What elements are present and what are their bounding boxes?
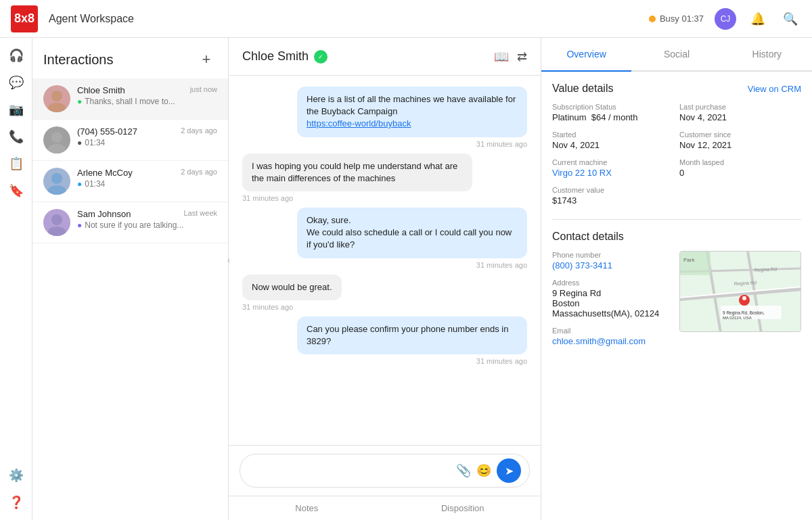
message-time-3: 31 minutes ago (476, 261, 527, 269)
svg-point-0 (51, 91, 62, 101)
disposition-tab[interactable]: Disposition (385, 496, 541, 520)
book-icon[interactable]: 📖 (494, 49, 509, 64)
message-link-1[interactable]: https:coffee-world/buyback (307, 118, 411, 128)
add-interaction-button[interactable]: + (196, 49, 217, 70)
sidebar-badge-btn[interactable]: 🔖 (4, 179, 28, 203)
sidebar-help-btn[interactable]: ❓ (4, 490, 28, 515)
preview-text-phone: 01:34 (85, 138, 105, 147)
value-details-section: Value details View on CRM (552, 82, 801, 95)
tab-overview[interactable]: Overview (541, 38, 631, 72)
contact-time-chloe: just now (190, 85, 217, 95)
interactions-panel: Interactions + Chloe Smith just now ● Th… (32, 38, 229, 520)
message-bubble-3: Okay, sure.We could also schedule a call… (297, 208, 527, 258)
chat-input[interactable] (248, 466, 451, 476)
sidebar-phone-btn[interactable]: 📞 (4, 124, 28, 149)
status-label: Busy 01:37 (660, 14, 704, 24)
svg-point-17 (742, 296, 746, 300)
value-details-title: Value details (552, 82, 613, 95)
detail-last-purchase: Last purchase Nov 4, 2021 (679, 103, 801, 122)
contact-preview-arlene: ● 01:34 (77, 179, 217, 189)
contact-list: Chloe Smith just now ● Thanks, shall I m… (32, 78, 228, 520)
send-button[interactable]: ➤ (497, 458, 521, 483)
preview-text-arlene: 01:34 (85, 179, 105, 189)
contact-name-arlene: Arlene McCoy (77, 168, 133, 178)
sidebar-headset-btn[interactable]: 🎧 (4, 43, 28, 68)
contact-details-row: Phone number (800) 373-3411 Address 9 Re… (552, 251, 801, 354)
sidebar-contacts-btn[interactable]: 📋 (4, 151, 28, 176)
svg-point-1 (48, 103, 66, 112)
chat-panel: Chloe Smith ✓ 📖 ⇄ Here is a list of all … (229, 38, 541, 520)
contact-details-section-title: Contact details (552, 231, 801, 243)
emoji-icon[interactable]: 😊 (476, 463, 491, 478)
contact-name-chloe: Chloe Smith (77, 85, 125, 95)
value-details-grid: Subscription Status Platinum $64 / month… (552, 103, 801, 206)
transfer-icon[interactable]: ⇄ (517, 49, 527, 64)
phone-channel-icon: ● (77, 138, 82, 147)
contact-preview-chloe: ● Thanks, shall I move to... (77, 97, 217, 106)
view-crm-link[interactable]: View on CRM (748, 84, 801, 94)
notes-tab[interactable]: Notes (229, 496, 385, 520)
contact-name-sam: Sam Johnson (77, 209, 131, 219)
topbar-right: Busy 01:37 CJ 🔔 🔍 (649, 8, 801, 30)
message-1: Here is a list of all the machines we ha… (242, 87, 527, 148)
svg-point-4 (51, 173, 62, 184)
tab-social[interactable]: Social (631, 38, 721, 70)
topbar: 8x8 Agent Workspace Busy 01:37 CJ 🔔 🔍 (0, 0, 812, 38)
message-4: Now would be great. 31 minutes ago (242, 275, 527, 311)
detail-customer-value: Customer value $1743 (552, 186, 674, 206)
address-detail: Address 9 Regina RdBostonMassachusetts(M… (552, 279, 669, 318)
svg-text:9 Regina Rd, Boston,: 9 Regina Rd, Boston, (723, 310, 765, 316)
message-bubble-4: Now would be great. (242, 275, 342, 300)
svg-point-6 (51, 214, 62, 225)
main-layout: 🎧 💬 📷 📞 📋 🔖 ⚙️ ❓ Interactions + Chloe Sm… (0, 38, 812, 520)
contact-item-phone[interactable]: (704) 555-0127 2 days ago ● 01:34 (32, 120, 228, 161)
sidebar-video-btn[interactable]: 📷 (4, 97, 28, 122)
sidebar-settings-btn[interactable]: ⚙️ (4, 463, 28, 488)
whatsapp-badge: ✓ (314, 50, 328, 64)
contact-info-phone: (704) 555-0127 2 days ago ● 01:34 (77, 126, 217, 147)
contact-info-chloe: Chloe Smith just now ● Thanks, shall I m… (77, 85, 217, 106)
contact-time-phone: 2 days ago (181, 126, 217, 137)
chat-input-area: 📎 😊 ➤ (229, 445, 541, 496)
address-value: 9 Regina RdBostonMassachusetts(MA), 0212… (552, 288, 669, 318)
icon-sidebar: 🎧 💬 📷 📞 📋 🔖 ⚙️ ❓ (0, 38, 32, 520)
attachment-icon[interactable]: 📎 (456, 463, 471, 478)
message-time-2: 31 minutes ago (242, 194, 293, 202)
tab-history[interactable]: History (722, 38, 812, 70)
message-bubble-1: Here is a list of all the machines we ha… (297, 87, 527, 137)
chat-header: Chloe Smith ✓ 📖 ⇄ (229, 38, 541, 76)
avatar-phone (43, 126, 70, 153)
detail-customer-since: Customer since Nov 12, 2021 (679, 131, 801, 150)
svg-point-7 (48, 227, 66, 236)
chat-messages: Here is a list of all the machines we ha… (229, 76, 541, 445)
contact-info-arlene: Arlene McCoy 2 days ago ● 01:34 (77, 168, 217, 189)
email-detail: Email chloe.smith@gmail.com (552, 327, 669, 346)
email-value[interactable]: chloe.smith@gmail.com (552, 336, 669, 346)
notification-icon[interactable]: 🔔 (747, 8, 769, 30)
search-icon[interactable]: 🔍 (780, 8, 801, 30)
chat-contact-name: Chloe Smith ✓ (242, 49, 494, 64)
contact-item-chloe[interactable]: Chloe Smith just now ● Thanks, shall I m… (32, 78, 228, 120)
chat-bottom-tabs: Notes Disposition (229, 496, 541, 520)
svg-point-2 (51, 132, 62, 143)
contact-preview-phone: ● 01:34 (77, 138, 217, 147)
section-divider (552, 219, 801, 220)
avatar-chloe (43, 85, 70, 112)
contact-info-sam: Sam Johnson Last week ● Not sure if you … (77, 209, 217, 230)
message-time-1: 31 minutes ago (476, 140, 527, 148)
chat-header-icons: 📖 ⇄ (494, 49, 527, 64)
sidebar-chat-btn[interactable]: 💬 (4, 70, 28, 95)
interactions-title: Interactions (43, 52, 113, 68)
right-tabs: Overview Social History (541, 38, 812, 72)
contact-details-left: Phone number (800) 373-3411 Address 9 Re… (552, 251, 669, 354)
right-panel: Overview Social History Value details Vi… (541, 38, 812, 520)
contact-item-arlene[interactable]: Arlene McCoy 2 days ago ● 01:34 (32, 161, 228, 202)
contact-item-sam[interactable]: Sam Johnson Last week ● Not sure if you … (32, 202, 228, 243)
twitter-channel-icon: ● (77, 179, 82, 189)
chat-input-row: 📎 😊 ➤ (240, 454, 530, 488)
whatsapp-icon-chloe: ● (77, 97, 82, 106)
phone-value[interactable]: (800) 373-3411 (552, 260, 669, 270)
map-placeholder: Park 9 Regina Rd, Boston, MA 02124, USA … (679, 251, 801, 332)
collapse-panel-arrow[interactable]: ‹ (223, 256, 234, 265)
avatar-sam (43, 209, 70, 236)
